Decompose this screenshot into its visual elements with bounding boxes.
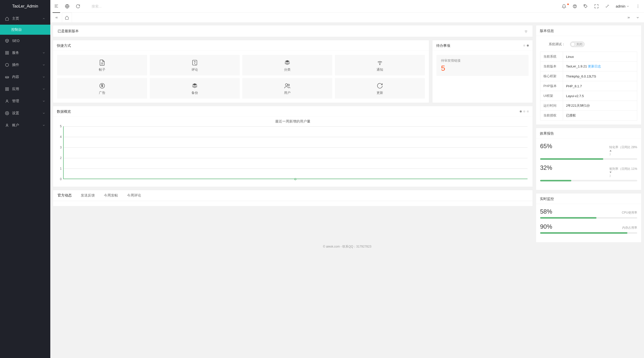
trend-down-icon [609, 171, 612, 174]
tabs-scroll-right[interactable] [625, 16, 632, 19]
svg-rect-1 [7, 51, 9, 53]
vrow-key: 当前授权 [540, 111, 563, 121]
shortcut-帖子[interactable]: 帖子 [57, 55, 147, 75]
todo-item[interactable]: 待审友情链接 5 [436, 55, 529, 76]
fullscreen-button[interactable] [594, 4, 599, 9]
chart-area: 543210 [63, 126, 528, 179]
news-tab[interactable]: 发送反馈 [76, 190, 99, 201]
news-tab[interactable]: 今周评论 [123, 190, 146, 201]
tab-home[interactable] [62, 13, 72, 22]
sidebar-item-seo[interactable]: SEO [0, 35, 50, 47]
svg-point-29 [194, 63, 195, 64]
svg-point-23 [638, 6, 638, 6]
todo-value: 5 [441, 64, 524, 72]
shortcut-label: 评论 [191, 67, 198, 72]
y-tick: 5 [60, 125, 62, 128]
changelog-link[interactable]: 更新日志 [587, 64, 601, 68]
vrow-key: UI框架 [540, 91, 563, 101]
shortcut-label: 用户 [284, 91, 291, 95]
debug-switch[interactable]: 关闭 [570, 42, 585, 47]
sidebar-item-manage[interactable]: 管理 [0, 95, 50, 107]
shortcut-备份[interactable]: 备份 [150, 78, 240, 99]
app-logo[interactable]: TaoLer_Admin [0, 0, 50, 13]
svg-point-12 [7, 113, 8, 114]
dollar-icon [99, 82, 105, 90]
sidebar-item-service[interactable]: 服务 [0, 47, 50, 59]
magic-icon[interactable] [605, 4, 610, 9]
svg-rect-10 [7, 89, 9, 91]
shortcut-label: 备份 [191, 91, 198, 95]
news-tab[interactable]: 今周发帖 [99, 190, 123, 201]
sidebar-item-plugins[interactable]: 插件 [0, 59, 50, 71]
tag-icon[interactable] [583, 4, 588, 9]
y-tick: 2 [60, 156, 62, 160]
progress-bar [540, 217, 637, 219]
news-tab[interactable]: 官方动态 [53, 190, 76, 201]
search-input[interactable] [92, 4, 142, 8]
news-card: 官方动态发送反馈今周发帖今周评论 [53, 190, 533, 206]
sidebar-item-content[interactable]: 内容 [0, 71, 50, 83]
shortcuts-card: 快捷方式 帖子评论分类通知 广告备份用户更新 [53, 40, 429, 103]
monitor-card: 实时监控 58%CPU使用率90%内存占用率 [536, 193, 641, 243]
home-icon [5, 17, 9, 21]
user-menu[interactable]: admin [616, 4, 629, 8]
notification-button[interactable] [562, 4, 566, 9]
chevron-down-icon [42, 75, 45, 78]
sidebar-nav: 主页 控制台 SEO 服务 插件 内容 [0, 13, 50, 358]
wifi-icon [377, 58, 383, 67]
sidebar-item-home[interactable]: 主页 [0, 13, 50, 25]
globe-icon[interactable] [65, 4, 69, 9]
svg-rect-3 [7, 53, 9, 54]
stack-icon [284, 58, 291, 67]
sidebar-item-apps[interactable]: 应用 [0, 83, 50, 95]
shortcut-分类[interactable]: 分类 [242, 55, 332, 75]
shortcut-label: 广告 [99, 91, 105, 95]
svg-point-30 [380, 64, 380, 65]
theme-button[interactable] [573, 4, 577, 9]
cube-icon [5, 39, 9, 43]
users-icon [284, 82, 291, 90]
shortcut-用户[interactable]: 用户 [242, 78, 332, 99]
progress-pct: 90% [540, 223, 552, 230]
sidebar-item-label: 内容 [12, 75, 19, 79]
car-icon [5, 75, 9, 79]
more-button[interactable] [636, 4, 640, 9]
svg-point-13 [6, 124, 8, 125]
chevron-down-icon [42, 124, 45, 127]
sidebar: TaoLer_Admin 主页 控制台 SEO 服务 插件 [0, 0, 50, 358]
shortcut-label: 通知 [377, 67, 383, 72]
card-title: 版本信息 [540, 25, 554, 36]
notification-badge [567, 4, 569, 5]
sidebar-item-label: 设置 [12, 111, 19, 115]
stack-icon [191, 82, 198, 90]
shortcut-通知[interactable]: 通知 [335, 55, 425, 75]
vrow-val: TaoLer_1.9.21 更新日志 [563, 62, 637, 71]
chevron-down-icon [42, 112, 45, 115]
version-info-card: 版本信息 系统调试： 关闭 当前系统Linux当前版本TaoLer_1.9.21… [536, 25, 641, 125]
card-title: 实时监控 [540, 193, 554, 204]
report-card: 效果报告 65%转化率（日同比 28% ）32%签到率（日同比 11% ） [536, 128, 641, 190]
tabstrip [50, 13, 644, 23]
tabs-scroll-left[interactable] [53, 16, 60, 19]
sidebar-item-label: 控制台 [11, 27, 22, 32]
collapse-sidebar-button[interactable] [54, 4, 59, 9]
vrow-key: PHP版本 [540, 81, 563, 91]
chevron-down-icon [42, 63, 45, 66]
vrow-val: Layui-v2.7.5 [563, 91, 637, 101]
refresh-button[interactable] [76, 4, 80, 9]
tabs-menu[interactable] [634, 16, 641, 19]
sidebar-item-settings[interactable]: 设置 [0, 107, 50, 119]
y-tick: 1 [60, 167, 62, 170]
shortcut-广告[interactable]: 广告 [57, 78, 147, 99]
main-area: admin 已是最新版本 [50, 0, 644, 358]
chevron-up-icon [42, 17, 45, 20]
file-icon [99, 58, 105, 67]
svg-rect-9 [6, 89, 7, 91]
sidebar-item-console[interactable]: 控制台 [0, 25, 50, 35]
username-label: admin [616, 4, 625, 8]
svg-rect-8 [7, 88, 9, 89]
vrow-key: 当前版本 [540, 62, 563, 71]
shortcut-更新[interactable]: 更新 [335, 78, 425, 99]
sidebar-item-account[interactable]: 账户 [0, 119, 50, 131]
shortcut-评论[interactable]: 评论 [150, 55, 240, 75]
